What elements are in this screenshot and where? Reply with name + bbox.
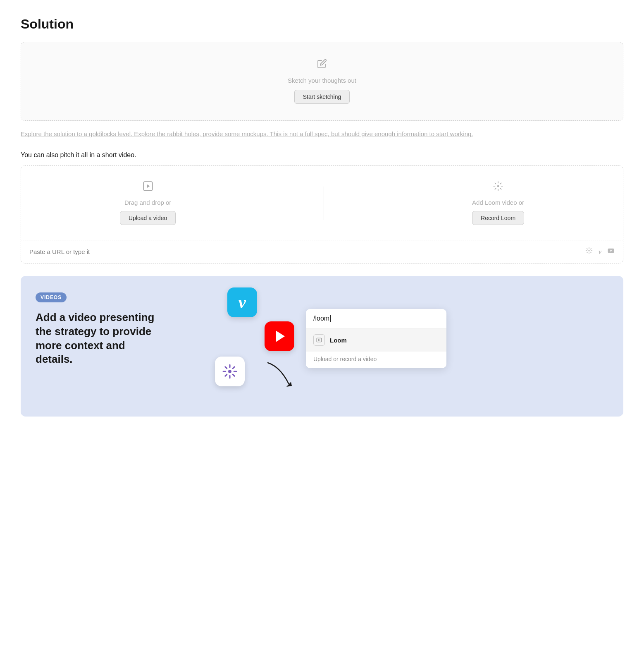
popup-loom-icon — [313, 334, 325, 346]
vimeo-url-icon: v — [599, 248, 601, 256]
upload-option: Drag and drop or Upload a video — [120, 181, 176, 225]
svg-line-29 — [225, 374, 227, 376]
svg-line-27 — [225, 367, 227, 369]
promo-left: VIDEOS Add a video presenting the strate… — [21, 276, 178, 417]
popup-input-row: /loom — [306, 309, 446, 328]
popup-sub-label: Upload or record a video — [306, 352, 446, 368]
record-loom-button[interactable]: Record Loom — [472, 211, 524, 225]
promo-heading: Add a video presenting the strategy to p… — [36, 311, 163, 366]
start-sketching-button[interactable]: Start sketching — [294, 90, 350, 104]
svg-marker-33 — [318, 339, 320, 341]
loom-option: Add Loom video or Record Loom — [472, 181, 524, 225]
page-title: Solution — [21, 17, 623, 32]
url-icons: v — [585, 247, 615, 256]
svg-point-22 — [228, 370, 231, 373]
vimeo-app-icon: v — [227, 287, 257, 317]
svg-line-7 — [495, 183, 496, 184]
youtube-play-icon — [276, 330, 285, 342]
svg-point-11 — [588, 250, 589, 251]
popup-loom-label: Loom — [330, 337, 347, 344]
url-input[interactable] — [29, 248, 585, 255]
video-upload-box: Drag and drop or Upload a video — [21, 165, 623, 263]
loom-url-icon — [585, 247, 593, 256]
text-cursor — [330, 315, 331, 322]
url-input-area: v — [21, 240, 623, 263]
svg-line-8 — [500, 188, 501, 189]
sketch-label: Sketch your thoughts out — [288, 77, 356, 84]
vimeo-v-letter: v — [239, 293, 246, 312]
svg-line-19 — [590, 249, 591, 249]
promo-right: v — [178, 276, 623, 417]
solution-description: Explore the solution to a goldilocks lev… — [21, 129, 623, 139]
loom-app-icon — [215, 357, 245, 386]
pencil-icon — [317, 59, 327, 71]
vertical-divider — [324, 187, 324, 220]
svg-point-2 — [497, 185, 499, 187]
youtube-url-icon — [607, 247, 615, 256]
loom-icon — [493, 181, 503, 194]
svg-marker-31 — [286, 382, 292, 387]
upload-video-button[interactable]: Upload a video — [120, 211, 176, 225]
video-upload-area: Drag and drop or Upload a video — [21, 166, 623, 240]
youtube-app-icon — [265, 321, 294, 351]
svg-line-17 — [590, 252, 591, 253]
svg-line-16 — [587, 249, 588, 249]
pitch-label: You can also pitch it all in a short vid… — [21, 151, 623, 159]
svg-line-28 — [233, 374, 234, 376]
promo-banner: VIDEOS Add a video presenting the strate… — [21, 276, 623, 417]
sketch-box: Sketch your thoughts out Start sketching — [21, 42, 623, 121]
videos-badge: VIDEOS — [36, 292, 67, 302]
slash-command-text: /loom — [313, 315, 329, 322]
svg-marker-1 — [147, 184, 150, 188]
svg-line-10 — [500, 183, 501, 184]
popup-loom-option[interactable]: Loom — [306, 328, 446, 352]
video-file-icon — [143, 181, 153, 194]
popup-card: /loom Loom Upload or record a video — [306, 309, 446, 368]
arrow-curve — [255, 359, 309, 392]
svg-line-9 — [495, 188, 496, 189]
drag-drop-label: Drag and drop or — [124, 199, 171, 206]
loom-label: Add Loom video or — [472, 199, 524, 206]
svg-line-18 — [587, 252, 588, 253]
svg-line-30 — [233, 367, 234, 369]
